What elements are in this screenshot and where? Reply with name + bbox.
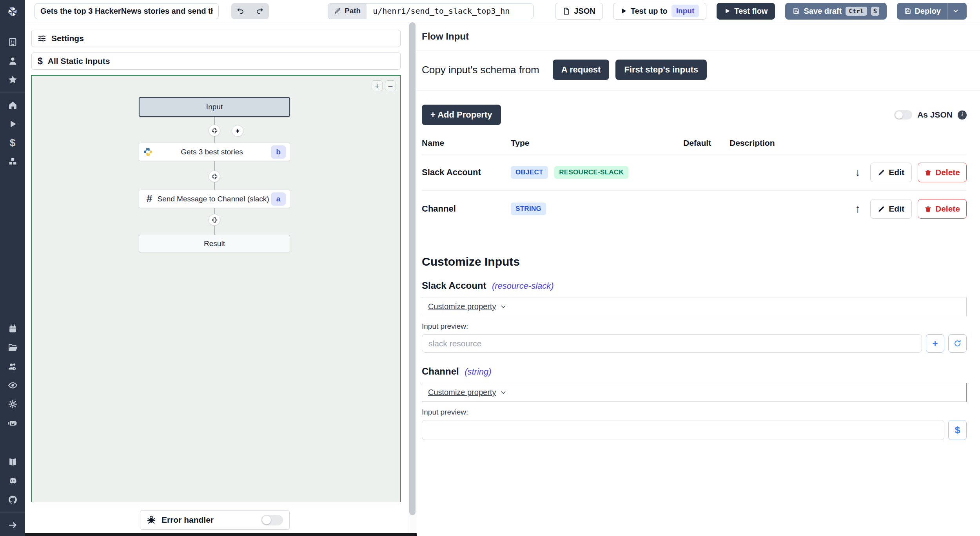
workspace-icon[interactable]: [0, 33, 25, 51]
chevron-down-icon: [500, 303, 507, 310]
horizontal-scrollbar[interactable]: [25, 533, 417, 536]
all-static-inputs-bar[interactable]: $ All Static Inputs: [31, 53, 401, 70]
runs-play-icon[interactable]: [0, 114, 25, 133]
channel-input[interactable]: [422, 420, 944, 440]
trigger-lightning-button[interactable]: [232, 125, 243, 137]
test-flow-button[interactable]: Test flow: [717, 3, 775, 20]
copy-schema-label: Copy input's schema from: [422, 64, 539, 76]
schedules-calendar-icon[interactable]: [0, 319, 25, 338]
deploy-button[interactable]: Deploy: [897, 3, 967, 20]
plus-icon: [211, 216, 218, 224]
flow-node-input[interactable]: Input: [139, 97, 290, 117]
workers-robot-icon[interactable]: [0, 413, 25, 432]
info-icon[interactable]: i: [958, 110, 967, 120]
path-label: Path: [345, 7, 361, 15]
redo-button[interactable]: [250, 3, 269, 19]
error-handler-bar[interactable]: Error handler: [140, 510, 290, 530]
trash-icon: [924, 205, 932, 213]
delete-button[interactable]: Delete: [918, 199, 967, 219]
customize-property-dropdown[interactable]: Customize property: [422, 383, 967, 402]
type-badge-resource-slack: RESOURCE-SLACK: [554, 166, 628, 179]
as-json-label: As JSON: [917, 110, 953, 120]
folders-icon[interactable]: [0, 338, 25, 357]
chevron-down-icon: [952, 7, 959, 14]
resources-cubes-icon[interactable]: [0, 152, 25, 171]
flow-graph-pane: Settings $ All Static Inputs + − Input: [25, 22, 408, 536]
copy-from-request-button[interactable]: A request: [553, 60, 610, 80]
input-preview-label: Input preview:: [422, 322, 967, 331]
scrollbar-thumb[interactable]: [409, 22, 416, 515]
file-icon: [563, 7, 570, 15]
home-icon[interactable]: [0, 96, 25, 114]
step-id-badge: a: [271, 192, 286, 206]
slack-hash-icon: #: [143, 193, 156, 205]
docs-book-icon[interactable]: [0, 453, 25, 471]
flow-node-result[interactable]: Result: [139, 235, 290, 252]
add-property-button[interactable]: + Add Property: [422, 105, 501, 125]
properties-table: Name Type Default Description Slack Acco…: [422, 138, 967, 227]
step-id-badge: b: [271, 145, 286, 159]
github-icon[interactable]: [0, 490, 25, 509]
app-sidebar: $: [0, 0, 25, 536]
copy-from-first-step-button[interactable]: First step's inputs: [615, 60, 707, 80]
input-preview-label: Input preview:: [422, 408, 967, 416]
flow-toolbar: Path u/henri/send_to_slack_top3_hn JSON …: [25, 0, 980, 22]
vertical-scrollbar[interactable]: [408, 22, 417, 536]
collapse-arrow-right-icon[interactable]: [0, 516, 25, 534]
edit-button[interactable]: Edit: [870, 163, 912, 182]
property-type-label: (string): [465, 367, 491, 377]
audit-eye-icon[interactable]: [0, 376, 25, 395]
save-icon: [793, 7, 800, 14]
flow-input-pane: Flow Input Copy input's schema from A re…: [417, 22, 980, 536]
sidebar-divider: [0, 92, 25, 92]
move-down-icon[interactable]: ↓: [853, 167, 863, 178]
bug-icon: [147, 515, 156, 525]
delete-button[interactable]: Delete: [918, 163, 967, 182]
variables-dollar-icon[interactable]: $: [0, 133, 25, 152]
pencil-icon: [878, 205, 885, 213]
flow-path-widget[interactable]: Path u/henri/send_to_slack_top3_hn: [328, 3, 534, 19]
error-handler-toggle[interactable]: [261, 515, 283, 525]
insert-step-button[interactable]: [209, 125, 220, 136]
groups-admin-icon[interactable]: [0, 357, 25, 376]
windmill-logo-icon[interactable]: [0, 0, 25, 22]
flow-canvas[interactable]: + − Input: [31, 75, 401, 502]
refresh-button[interactable]: [948, 334, 967, 353]
flow-node-step-a[interactable]: # Send Message to Channel (slack) a: [139, 190, 290, 208]
save-draft-button[interactable]: Save draft Ctrl S: [785, 3, 887, 20]
button-divider: [947, 3, 947, 19]
as-json-toggle[interactable]: [894, 110, 912, 120]
canvas-zoom-out-button[interactable]: −: [385, 80, 396, 91]
chevron-down-icon: [500, 389, 507, 396]
play-icon: [621, 8, 627, 14]
flow-title-input[interactable]: [34, 3, 219, 19]
move-up-icon[interactable]: ↑: [853, 203, 863, 215]
plus-icon: [211, 173, 218, 180]
kbd-ctrl: Ctrl: [846, 7, 867, 16]
user-icon[interactable]: [0, 51, 25, 70]
table-row-channel: Channel STRING ↑ Edit: [422, 190, 967, 227]
insert-variable-button[interactable]: $: [948, 420, 967, 440]
path-value[interactable]: u/henri/send_to_slack_top3_hn: [367, 4, 533, 19]
json-button[interactable]: JSON: [555, 3, 603, 20]
refresh-icon: [953, 339, 962, 348]
settings-gear-icon[interactable]: [0, 395, 25, 413]
play-icon: [724, 8, 730, 14]
canvas-zoom-in-button[interactable]: +: [372, 80, 383, 91]
test-up-to-button[interactable]: Test up to Input: [613, 3, 707, 20]
insert-step-button[interactable]: [209, 170, 220, 182]
discord-icon[interactable]: [0, 471, 25, 490]
dollar-icon: $: [955, 425, 960, 436]
save-icon: [904, 7, 911, 14]
customize-property-dropdown[interactable]: Customize property: [422, 297, 967, 316]
favorites-star-icon[interactable]: [0, 70, 25, 89]
undo-button[interactable]: [231, 3, 250, 19]
flow-settings-bar[interactable]: Settings: [31, 30, 401, 47]
add-resource-button[interactable]: +: [926, 334, 944, 353]
edit-button[interactable]: Edit: [870, 199, 912, 219]
dollar-icon: $: [38, 56, 43, 67]
flow-node-step-b[interactable]: Gets 3 best stories b: [139, 143, 290, 161]
insert-step-button[interactable]: [209, 214, 220, 226]
slack-resource-input[interactable]: [422, 334, 922, 353]
table-header-row: Name Type Default Description: [422, 138, 967, 154]
